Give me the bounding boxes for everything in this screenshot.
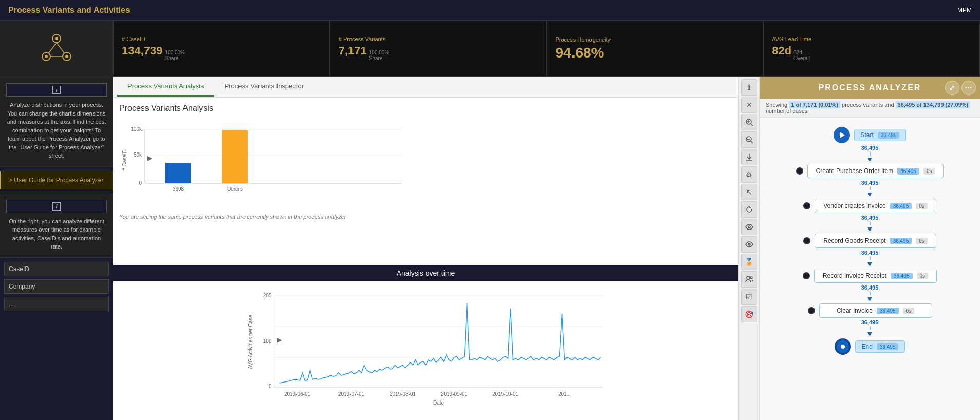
toolbar-eye1-btn[interactable] — [741, 219, 757, 235]
svg-line-40 — [751, 124, 753, 126]
svg-text:2019-06-01: 2019-06-01 — [284, 391, 311, 397]
step-dot-4 — [803, 272, 810, 279]
pa-subtitle-case-count: 36,495 of 134,739 (27.09%) — [896, 101, 971, 108]
toolbar-eye2-btn[interactable] — [741, 236, 757, 253]
toolbar-check-btn[interactable]: ☑ — [741, 289, 757, 305]
toolbar-users-btn[interactable] — [741, 271, 757, 288]
svg-text:0: 0 — [139, 180, 142, 186]
step-clear-invoice-time: 0s — [903, 308, 915, 314]
toolbar-close-btn[interactable]: ✕ — [741, 97, 757, 113]
info-header-1: i — [6, 83, 107, 97]
info-panel-2: i On the right, you can analyze differen… — [0, 194, 113, 258]
time-chart: 200 100 0 AVG Activities per Case ▶ 2019… — [113, 281, 738, 420]
start-label: Start — [861, 131, 874, 139]
tabs: Process Variants Analysis Process Varian… — [113, 77, 738, 98]
kpi-variants-share: 100.00%Share — [369, 50, 389, 61]
svg-text:3698: 3698 — [173, 186, 184, 192]
end-label-box: End 36,495 — [855, 340, 905, 353]
flow-node-end: End 36,495 — [835, 338, 905, 355]
kpi-leadtime-sub: 82dOverall — [793, 50, 810, 61]
time-chart-svg: 200 100 0 AVG Activities per Case ▶ 2019… — [121, 285, 730, 409]
process-analyzer: PROCESS ANALYZER ⤢ ⋯ Showing 1 of 7,171 … — [759, 77, 980, 420]
chart-title: Process Variants Analysis — [119, 104, 732, 113]
start-circle — [834, 127, 850, 143]
step-create-po-count: 36,495 — [897, 168, 919, 175]
pa-expand-btn[interactable]: ⤢ — [945, 81, 959, 95]
step-create-po-label: Create Purchase Order Item — [816, 167, 894, 175]
toolbar-cursor-btn[interactable]: ↖ — [741, 184, 757, 200]
kpi-caseid-label: # CaseID — [122, 36, 321, 42]
svg-text:▶: ▶ — [147, 155, 153, 162]
svg-text:200: 200 — [263, 293, 272, 298]
pa-subtitle-cases: number of cases — [766, 108, 807, 114]
step-vendor-invoice-time: 0s — [916, 203, 928, 209]
info-icon-2: i — [52, 202, 61, 211]
toolbar-zoom-out-btn[interactable] — [741, 131, 757, 148]
start-label-box: Start 36,495 — [854, 129, 907, 141]
info-panel-1: i Analyze distributions in your process.… — [0, 77, 113, 167]
svg-text:# CaseID: # CaseID — [122, 149, 127, 171]
start-count: 36,495 — [878, 132, 900, 139]
end-count: 36,495 — [877, 343, 899, 350]
step-clear-invoice-count: 36,495 — [877, 308, 899, 314]
pa-menu-btn[interactable]: ⋯ — [961, 81, 976, 95]
caseid-field[interactable] — [4, 262, 109, 276]
tab-process-variants-inspector[interactable]: Process Variants Inspector — [214, 77, 314, 97]
user-guide-button[interactable]: > User Guide for Process Analyzer — [0, 171, 113, 189]
misc-field[interactable] — [4, 297, 109, 311]
company-field[interactable] — [4, 279, 109, 294]
svg-line-3 — [49, 43, 57, 53]
toolbar-info-btn[interactable]: ℹ — [741, 79, 757, 96]
kpi-bar: # CaseID 134,739 100.00%Share # Process … — [113, 21, 980, 77]
toolbar-settings-btn[interactable]: ⚙ — [741, 166, 757, 183]
pa-subtitle-variant-count: 1 of 7,171 (0.01%) — [789, 101, 840, 108]
flow-connector-6: 36,495 ▼ — [861, 319, 879, 337]
pa-subtitle-and: process variants and — [842, 102, 896, 108]
step-goods-receipt-label: Record Goods Receipt — [823, 237, 885, 244]
kpi-caseid-value: 134,739 — [122, 44, 163, 58]
chart-panel: Process Variants Analysis Process Varian… — [113, 77, 738, 420]
step-dot-2 — [803, 202, 810, 209]
kpi-leadtime: AVG Lead Time 82d 82dOverall — [763, 21, 980, 77]
end-label: End — [862, 343, 873, 350]
bar-3698[interactable] — [165, 163, 191, 183]
pa-subtitle-showing: Showing — [766, 102, 789, 108]
flow-node-invoice-receipt: Record Invoice Receipt 36,495 0s — [803, 269, 937, 283]
top-section: Process Variants Analysis Process Varian… — [113, 77, 980, 420]
toolbar-zoom-in-btn[interactable] — [741, 114, 757, 130]
process-diagram-icon — [36, 28, 77, 69]
svg-text:201...: 201... — [558, 391, 571, 397]
chart-content: Process Variants Analysis 100k 50k — [113, 98, 738, 265]
step-clear-invoice-label: Clear Invoice — [837, 307, 873, 314]
svg-text:2019-07-01: 2019-07-01 — [338, 391, 365, 397]
svg-text:0: 0 — [269, 384, 272, 389]
flow-connector-1: 36,495 ▼ — [861, 144, 879, 163]
bar-others[interactable] — [222, 130, 248, 183]
step-dot-1 — [796, 167, 803, 175]
svg-point-52 — [750, 277, 752, 279]
toolbar-refresh-btn[interactable] — [741, 201, 757, 218]
pa-flow: Start 36,495 36,495 ▼ — [760, 118, 980, 420]
kpi-leadtime-value: 82d — [772, 44, 791, 58]
end-circle — [835, 338, 851, 355]
toolbar-target-btn[interactable]: 🎯 — [741, 306, 757, 322]
step-vendor-invoice-label: Vendor creates invoice — [823, 202, 885, 209]
step-create-po-time: 0s — [923, 168, 935, 175]
step-vendor-invoice: Vendor creates invoice 36,495 0s — [815, 199, 936, 213]
flow-connector-2: 36,495 ▼ — [861, 179, 879, 198]
info-text-2: On the right, you can analyze different … — [6, 217, 107, 251]
svg-text:Others: Others — [227, 186, 243, 192]
kpi-caseid-share: 100.00%Share — [165, 50, 185, 61]
svg-point-51 — [747, 276, 750, 279]
toolbar-medal-btn[interactable]: 🏅 — [741, 254, 757, 270]
sidebar: i Analyze distributions in your process.… — [0, 21, 113, 420]
analysis-header: Analysis over time — [113, 265, 738, 281]
svg-text:AVG Activities per Case: AVG Activities per Case — [248, 315, 253, 369]
kpi-leadtime-label: AVG Lead Time — [772, 36, 971, 42]
step-create-po: Create Purchase Order Item 36,495 0s — [807, 164, 944, 178]
svg-text:50k: 50k — [134, 152, 142, 158]
toolbar-download-btn[interactable] — [741, 149, 757, 165]
tab-process-variants-analysis[interactable]: Process Variants Analysis — [117, 77, 214, 97]
pa-header: PROCESS ANALYZER ⤢ ⋯ — [760, 77, 980, 99]
svg-line-4 — [57, 43, 64, 53]
